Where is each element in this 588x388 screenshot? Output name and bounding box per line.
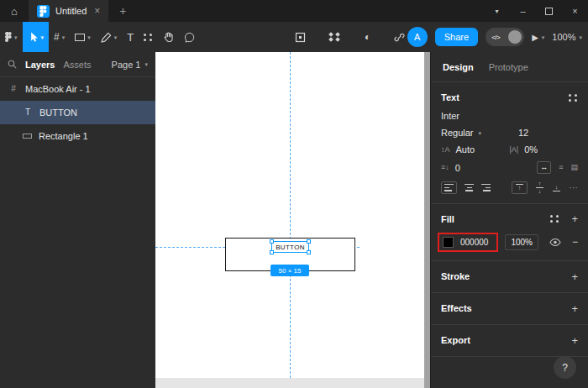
- create-link-button[interactable]: [389, 22, 410, 52]
- frame-icon: #: [8, 85, 18, 93]
- selection-handle[interactable]: [307, 239, 311, 244]
- main-menu-button[interactable]: ▾: [0, 22, 23, 52]
- fill-color-swatch[interactable]: [443, 237, 454, 248]
- fill-hex-value[interactable]: 000000: [460, 238, 488, 247]
- window-menu-chevron-icon[interactable]: ▾: [484, 0, 510, 22]
- align-right-icon[interactable]: [481, 184, 491, 191]
- annotation-highlight: 000000: [438, 233, 498, 252]
- text-tool-button[interactable]: T: [122, 22, 139, 52]
- create-component-button[interactable]: [324, 22, 346, 52]
- play-icon: ▶: [532, 33, 538, 42]
- tab-assets[interactable]: Assets: [63, 60, 91, 70]
- window-minimize-button[interactable]: –: [510, 0, 536, 22]
- document-tab[interactable]: Untitled ×: [29, 0, 108, 22]
- fill-styles-icon[interactable]: [550, 215, 559, 223]
- comment-tool-button[interactable]: [179, 22, 200, 52]
- search-icon[interactable]: [8, 60, 17, 69]
- font-weight-field[interactable]: Regular ▾: [441, 128, 518, 138]
- use-as-mask-button[interactable]: ◐: [360, 22, 375, 52]
- hand-tool-button[interactable]: [158, 22, 179, 52]
- layer-label: Rectangle 1: [39, 131, 88, 141]
- add-effect-button[interactable]: +: [571, 303, 578, 314]
- paragraph-spacing-icon: ≡↓: [441, 164, 449, 171]
- text-section-title: Text: [441, 92, 459, 102]
- selection-handle[interactable]: [270, 239, 274, 244]
- tab-title: Untitled: [55, 6, 87, 16]
- frame-tool-button[interactable]: # ▾: [49, 22, 70, 52]
- text-styles-icon[interactable]: [569, 94, 578, 102]
- alignment-guide-vertical: [290, 52, 291, 378]
- tab-layers[interactable]: Layers: [25, 60, 55, 70]
- chevron-down-icon: ▾: [41, 34, 45, 40]
- layer-row-rectangle[interactable]: Rectangle 1: [0, 124, 155, 148]
- more-options-icon[interactable]: ···: [569, 183, 578, 192]
- code-icon: </>: [491, 34, 500, 41]
- fill-section-title: Fill: [441, 214, 454, 224]
- layer-row-text-selected[interactable]: T BUTTON: [0, 101, 155, 124]
- selection-actions: ◐: [290, 22, 410, 52]
- selected-text-object[interactable]: BUTTON: [271, 241, 309, 253]
- pen-tool-button[interactable]: ▾: [96, 22, 123, 52]
- layer-row-frame[interactable]: # MacBook Air - 1: [0, 77, 155, 101]
- toolbar: ▾ ▾ # ▾ ▾ ▾ T: [0, 22, 588, 52]
- align-left-button[interactable]: [441, 181, 457, 194]
- remove-fill-button[interactable]: −: [572, 237, 578, 247]
- rectangle-icon: [23, 134, 32, 139]
- selection-handle[interactable]: [307, 250, 311, 254]
- rectangle-icon: [75, 34, 85, 41]
- design-frame[interactable]: BUTTON 50 × 15: [155, 52, 424, 378]
- page-name: Page 1: [112, 60, 141, 70]
- link-icon: [394, 32, 405, 43]
- add-fill-button[interactable]: +: [571, 213, 578, 224]
- stroke-section: Stroke +: [431, 261, 588, 293]
- window-maximize-button[interactable]: [536, 0, 562, 22]
- edit-object-button[interactable]: [290, 22, 311, 52]
- selection-handle[interactable]: [270, 250, 274, 254]
- line-height-icon: ↕A: [441, 146, 450, 154]
- help-button[interactable]: ?: [554, 356, 576, 379]
- auto-height-icon[interactable]: ≡: [559, 164, 563, 171]
- letter-spacing-field[interactable]: |A| 0%: [510, 144, 579, 155]
- valign-bottom-icon[interactable]: ↓: [552, 184, 561, 191]
- frame-icon: #: [54, 32, 60, 42]
- valign-top-button[interactable]: ↑: [512, 181, 528, 194]
- shape-tool-button[interactable]: ▾: [70, 22, 96, 52]
- canvas-scrollbar[interactable]: [424, 52, 430, 388]
- resources-button[interactable]: [139, 22, 158, 52]
- visibility-eye-icon[interactable]: [549, 238, 561, 247]
- layers-panel-header: Layers Assets Page 1 ▾: [0, 52, 155, 77]
- avatar[interactable]: A: [407, 27, 428, 47]
- layers-panel: Layers Assets Page 1 ▾ # MacBook Air - 1…: [0, 52, 155, 388]
- text-icon: T: [23, 108, 33, 117]
- font-family-field[interactable]: Inter: [441, 111, 459, 121]
- move-tool-button[interactable]: ▾: [23, 22, 50, 52]
- add-export-button[interactable]: +: [571, 335, 578, 346]
- valign-middle-icon[interactable]: ↑↓: [535, 181, 544, 195]
- fixed-size-icon[interactable]: ▤: [570, 164, 578, 171]
- pen-icon: [101, 32, 112, 43]
- chevron-down-icon: ▾: [579, 34, 582, 40]
- share-button[interactable]: Share: [435, 28, 478, 46]
- window-close-button[interactable]: ×: [562, 0, 588, 22]
- add-stroke-button[interactable]: +: [571, 271, 578, 282]
- tab-prototype[interactable]: Prototype: [489, 62, 528, 72]
- dev-mode-toggle[interactable]: </>: [486, 28, 524, 46]
- text-section: Text Inter Regular ▾ 12 ↕A Auto |A| 0%: [431, 82, 588, 204]
- auto-width-button[interactable]: ↔: [537, 161, 551, 174]
- tab-design[interactable]: Design: [443, 62, 474, 72]
- home-icon[interactable]: ⌂: [0, 0, 29, 22]
- fill-opacity-field[interactable]: 100%: [505, 234, 538, 250]
- present-button[interactable]: ▶ ▾: [532, 33, 544, 42]
- font-size-field[interactable]: 12: [518, 128, 564, 138]
- chevron-down-icon: ▾: [62, 34, 66, 40]
- comment-icon: [184, 32, 195, 43]
- line-height-field[interactable]: ↕A Auto: [441, 144, 510, 155]
- paragraph-spacing-field[interactable]: ≡↓ 0: [441, 163, 513, 173]
- chevron-down-icon: ▾: [144, 61, 148, 67]
- canvas[interactable]: BUTTON 50 × 15: [155, 52, 430, 388]
- page-selector[interactable]: Page 1 ▾: [112, 60, 148, 70]
- new-tab-button[interactable]: +: [119, 4, 126, 18]
- tab-close-icon[interactable]: ×: [94, 6, 100, 16]
- align-center-icon[interactable]: [465, 184, 474, 191]
- zoom-menu[interactable]: 100% ▾: [552, 32, 582, 42]
